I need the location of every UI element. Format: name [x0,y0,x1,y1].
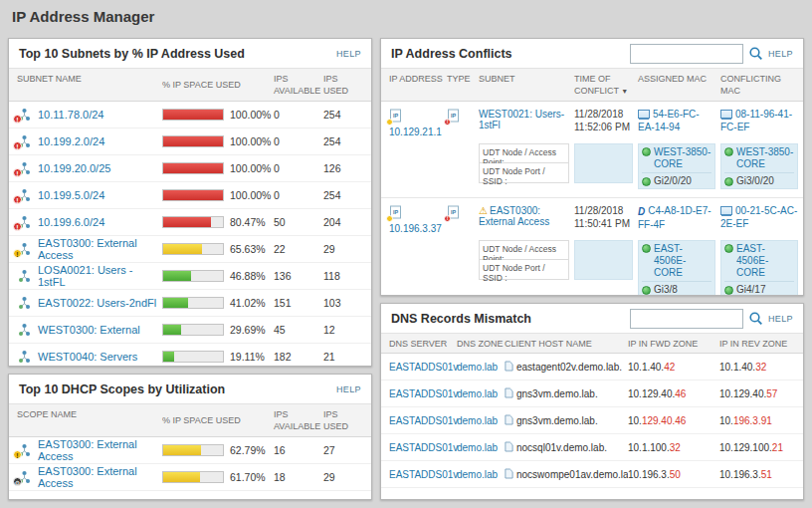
assigned-mac[interactable]: C4-A8-1D-E7-FF-4F [638,205,711,230]
subnet-link[interactable]: LOSA0021: Users - 1stFL [38,264,162,288]
conflicting-node-link[interactable]: EAST-4506E-CORE [736,243,794,279]
conflict-time: 11/28/2018 11:52:06 PM [574,109,638,133]
ip-in-fwd-zone: 10.129.40.46 [628,415,719,426]
column-ip-space-used: % IP SPACE USED [162,74,274,97]
usage-bar [162,189,224,201]
ips-used-value: 12 [323,324,359,336]
page-title: IP Address Manager [12,8,154,25]
ip-in-fwd-zone: 10.1.40.42 [628,362,719,373]
subnet-icon [17,242,32,256]
subnet-row: EAST0300: External Access 65.63% 22 29 [9,236,371,263]
dns-server-link[interactable]: EASTADDS01v [381,469,457,480]
dns-zone-link[interactable]: demo.lab [457,469,505,480]
conflict-subnet-link[interactable]: WEST0021: Users-1stFl [479,109,564,130]
sort-desc-icon: ▼ [621,88,628,95]
usage-percent: 100.00% [230,109,271,121]
conflict-row: IP 10.129.21.1 IP ⚠WEST0021: Users-1stFl [381,102,803,198]
in-use-badge [386,215,393,222]
conflict-subnet-link[interactable]: EAST0300: External Access [479,205,549,227]
conflicting-port: Gi4/17 [736,284,765,295]
search-input[interactable] [630,309,743,329]
status-badge [13,168,22,177]
status-up-icon [724,177,733,186]
search-input[interactable] [630,44,743,64]
subnet-link[interactable]: 10.199.6.0/24 [38,216,104,228]
subnet-row: WEST0040: Servers 19.11% 182 21 [9,344,371,367]
dns-zone-link[interactable]: demo.lab [457,415,505,426]
column-time-of-conflict[interactable]: TIME OF CONFLICT ▼ [574,74,638,97]
ips-used-value: 27 [323,444,359,456]
assigned-device-icon [638,110,650,119]
assigned-node-link[interactable]: EAST-4506E-CORE [654,243,711,279]
column-client-host-name: CLIENT HOST NAME [505,339,628,349]
conflicting-node-link[interactable]: WEST-3850-CORE [736,146,794,170]
ip-in-rev-zone: 10.129.40.57 [719,388,803,399]
dns-panel-title: DNS Records Mismatch [391,312,531,326]
subnet-link[interactable]: 10.11.78.0/24 [38,109,103,121]
subnet-link[interactable]: 10.199.2.0/24 [38,135,104,147]
usage-percent: 100.00% [230,189,271,201]
status-up-icon [642,286,651,295]
column-ips-available: IPS AVAILABLE [274,74,323,97]
column-scope-name: SCOPE NAME [9,409,162,432]
column-ips-used: IPS USED [323,409,359,432]
ips-available-value: 16 [274,444,323,456]
udt-port-label: UDT Node Port / SSID : [479,163,569,183]
conflict-ip-link[interactable]: 10.129.21.1 [389,127,442,137]
search-icon[interactable] [748,46,763,61]
dns-zone-link[interactable]: demo.lab [457,442,505,453]
dns-zone-link[interactable]: demo.lab [457,388,505,399]
subnet-link[interactable]: EAST0300: External Access [38,237,162,261]
dns-server-link[interactable]: EASTADDS01v [381,415,457,426]
udt-port-label: UDT Node Port / SSID : [479,260,569,280]
conflicts-table-header: IP ADDRESS TYPE SUBNET TIME OF CONFLICT … [381,69,803,102]
subnet-row: LOSA0021: Users - 1stFL 46.88% 136 118 [9,263,371,290]
column-subnet-name: SUBNET NAME [9,74,162,97]
dns-server-link[interactable]: EASTADDS01v [381,442,457,453]
ips-used-value: 126 [323,162,359,174]
conflict-ip-link[interactable]: 10.196.3.37 [389,223,442,234]
dns-zone-link[interactable]: demo.lab [457,362,505,373]
ips-available-value: 18 [274,471,323,483]
dns-server-link[interactable]: EASTADDS01v [381,362,457,373]
subnet-icon [17,188,32,202]
usage-bar [162,216,224,228]
usage-bar [162,471,224,483]
usage-percent: 80.47% [230,216,266,228]
ips-used-value: 204 [323,216,359,228]
column-dns-server: DNS SERVER [381,339,457,349]
column-dns-zone: DNS ZONE [457,339,505,349]
ip-in-rev-zone: 10.129.100.21 [719,442,803,453]
subnet-icon [17,215,32,229]
status-up-icon [724,244,733,253]
dns-row: EASTADDS01v demo.lab gns3vm.demo.lab. 10… [381,381,803,407]
dhcp-scope-link[interactable]: EAST0300: External Access [38,465,162,489]
subnet-link[interactable]: EAST0022: Users-2ndFl [38,297,156,309]
column-type: TYPE [447,74,479,97]
ip-in-fwd-zone: 10.1.100.32 [628,442,719,453]
status-up-icon [642,147,651,156]
ips-used-value: 254 [323,189,359,201]
subnet-link[interactable]: WEST0040: Servers [38,351,137,363]
usage-bar [162,297,224,309]
search-icon[interactable] [748,311,763,326]
help-link[interactable]: HELP [768,49,793,59]
dhcp-scope-link[interactable]: EAST0300: External Access [38,438,162,462]
ips-used-value: 254 [323,109,359,121]
dns-table-body: EASTADDS01v demo.lab eastagent02v.demo.l… [381,354,803,488]
conflicts-table-body: IP 10.129.21.1 IP ⚠WEST0021: Users-1stFl [381,102,803,296]
status-up-icon [724,147,733,156]
subnet-link[interactable]: 10.199.20.0/25 [38,162,110,174]
help-link[interactable]: HELP [768,314,793,324]
help-link[interactable]: HELP [336,49,361,59]
ips-available-value: 0 [274,162,323,174]
usage-bar [162,135,224,147]
subnet-link[interactable]: WEST0300: External [38,324,140,336]
ip-in-rev-zone: 10.196.3.91 [719,415,803,426]
assigned-node-link[interactable]: WEST-3850-CORE [654,146,711,170]
help-link[interactable]: HELP [336,384,361,394]
subnet-link[interactable]: 10.199.5.0/24 [38,189,104,201]
subnets-panel: Top 10 Subnets by % IP Address Used HELP… [8,38,372,367]
column-ip-address: IP ADDRESS [381,74,447,97]
dns-server-link[interactable]: EASTADDS01v [381,388,457,399]
